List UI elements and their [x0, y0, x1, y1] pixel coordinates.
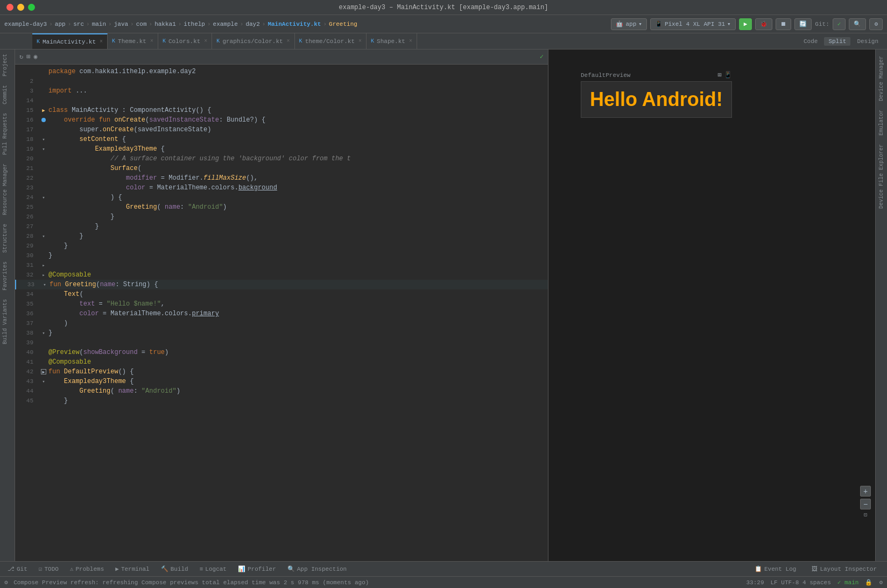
tab-logcat[interactable]: ≡ Logcat [194, 562, 233, 576]
code-line: 2 [15, 76, 548, 86]
layout-icon[interactable]: ⊞ [26, 53, 30, 61]
zoom-fit-icon[interactable]: ⊡ [864, 512, 867, 518]
sidebar-item-pullrequests[interactable]: Pull Requests [0, 109, 15, 159]
code-line-active: 33 ▾ fun Greeting(name: String) { [15, 280, 548, 289]
tab-profiler[interactable]: 📊 Profiler [233, 562, 282, 576]
lock-icon: 🔒 [865, 579, 872, 586]
tab-code-view[interactable]: Code [799, 37, 822, 46]
sidebar-item-resourcemanager[interactable]: Resource Manager [0, 159, 15, 219]
sidebar-item-devicemanager[interactable]: Device Manager [877, 52, 886, 105]
minimize-button[interactable] [17, 4, 24, 11]
breadcrumb-java[interactable]: java [114, 21, 128, 27]
code-line: 39 [15, 338, 548, 348]
breadcrumb-hakka1[interactable]: hakka1 [154, 21, 176, 27]
preview-refresh-icon[interactable]: ⊞ [717, 71, 721, 79]
tab-shape[interactable]: K Shape.kt × [367, 33, 417, 49]
tab-close-icon[interactable]: × [100, 39, 103, 45]
tab-label: Colors.kt [168, 38, 200, 45]
kotlin-icon: K [37, 39, 40, 45]
refresh-icon[interactable]: ↻ [19, 53, 23, 61]
statusbar-message-icon: ⚙ [4, 579, 8, 586]
breadcrumb-greeting[interactable]: Greeting [329, 21, 357, 27]
code-line: 38 ▾ } [15, 328, 548, 338]
terminal-icon: ▶ [115, 565, 119, 572]
breadcrumb-example[interactable]: example [213, 21, 238, 27]
right-panel-tabs: Device Manager Emulator Device File Expl… [875, 49, 887, 561]
main-toolbar: example-day3 › app › src › main › java ›… [0, 15, 887, 33]
tab-colors[interactable]: K Colors.kt × [158, 33, 212, 49]
tab-mainactivity[interactable]: K MainActivity.kt × [32, 33, 108, 49]
code-line: 24 ▾ ) { [15, 193, 548, 202]
tab-close-icon[interactable]: × [287, 38, 290, 44]
breadcrumb-project[interactable]: example-day3 [4, 21, 47, 27]
tab-eventlog[interactable]: 📋 Event Log [749, 565, 802, 572]
zoom-out-button[interactable]: − [860, 499, 871, 509]
statusbar: ⚙ Compose Preview refresh: refreshing Co… [0, 576, 887, 588]
tab-appinspection[interactable]: 🔍 App Inspection [282, 562, 353, 576]
device-dropdown[interactable]: 📱 Pixel 4 XL API 31 ▾ [650, 18, 736, 30]
sync-button[interactable]: 🔄 [794, 18, 812, 30]
preview-device-icon[interactable]: 📱 [724, 71, 732, 79]
tab-todo[interactable]: ☑ TODO [33, 562, 65, 576]
sidebar-item-emulator[interactable]: Emulator [877, 105, 886, 140]
checkmark-green: ✓ [540, 53, 544, 61]
sidebar-item-project[interactable]: Project [0, 49, 15, 81]
git-branch: ✓ main [837, 579, 859, 586]
code-line: 41 @Composable [15, 357, 548, 367]
code-line: 22 modifier = Modifier.fillMaxSize(), [15, 173, 548, 183]
debug-button[interactable]: 🐞 [755, 18, 772, 30]
tab-git[interactable]: ⎇ Git [2, 562, 33, 576]
settings-icon[interactable]: ⚙ [869, 18, 883, 30]
inspection-icon: 🔍 [287, 565, 295, 572]
stop-button[interactable]: ⏹ [776, 18, 791, 30]
device-label: Pixel 4 XL API 31 [665, 21, 725, 27]
statusbar-right: 33:29 LF UTF-8 4 spaces ✓ main 🔒 ⚙ [747, 579, 883, 586]
code-line: 16 override fun onCreate(savedInstanceSt… [15, 115, 548, 125]
tab-problems[interactable]: ⚠ Problems [65, 562, 110, 576]
todo-icon: ☑ [39, 565, 43, 572]
breadcrumb-day2[interactable]: day2 [245, 21, 259, 27]
breadcrumb-app[interactable]: app [55, 21, 66, 27]
preview-icon[interactable]: ◉ [33, 53, 37, 61]
maximize-button[interactable] [28, 4, 35, 11]
tab-git-label: Git [17, 566, 27, 572]
tab-problems-label: Problems [75, 566, 104, 572]
code-editor: ↻ ⊞ ◉ ✓ package com.hakka1.ithelp.exampl… [15, 49, 548, 561]
tab-theme[interactable]: K Theme.kt × [108, 33, 158, 49]
tab-layoutinspector[interactable]: 🖼 Layout Inspector [806, 565, 883, 572]
breadcrumb-ithelp[interactable]: ithelp [184, 21, 205, 27]
tab-split-view[interactable]: Split [824, 37, 850, 46]
eventlog-icon: 📋 [755, 565, 762, 572]
breadcrumb-mainactivity[interactable]: MainActivity.kt [267, 21, 321, 27]
git-checkmark[interactable]: ✓ [833, 18, 846, 30]
run-config-dropdown[interactable]: 🤖 app ▾ [611, 18, 646, 30]
code-line: 19 ▾ Exampleday3Theme { [15, 144, 548, 154]
tab-terminal[interactable]: ▶ Terminal [110, 562, 155, 576]
window-controls[interactable] [6, 4, 35, 11]
breadcrumb-com[interactable]: com [136, 21, 147, 27]
sidebar-item-structure[interactable]: Structure [0, 219, 15, 257]
tab-close-icon[interactable]: × [204, 38, 207, 44]
code-line: 42 ▶ fun DefaultPreview() { [15, 367, 548, 377]
sidebar-item-devicefileexplorer[interactable]: Device File Explorer [877, 140, 886, 213]
tab-graphicscolor[interactable]: K graphics/Color.kt × [212, 33, 294, 49]
sidebar-item-favorites[interactable]: Favorites [0, 257, 15, 295]
search-button[interactable]: 🔍 [849, 18, 866, 30]
sidebar-item-buildvariants[interactable]: Build Variants [0, 295, 15, 349]
close-button[interactable] [6, 4, 13, 11]
breadcrumb-src[interactable]: src [73, 21, 84, 27]
tab-design-view[interactable]: Design [853, 37, 883, 46]
tab-close-icon[interactable]: × [150, 38, 153, 44]
sidebar-item-commit[interactable]: Commit [0, 81, 15, 109]
tab-build-label: Build [171, 566, 188, 572]
tab-close-icon[interactable]: × [358, 38, 362, 44]
tab-close-icon[interactable]: × [409, 38, 412, 44]
breadcrumb-main[interactable]: main [92, 21, 106, 27]
phone-icon: 📱 [655, 20, 663, 27]
run-button[interactable]: ▶ [739, 18, 752, 30]
code-line: 35 text = "Hello $name!", [15, 299, 548, 309]
tab-themecolor[interactable]: K theme/Color.kt × [295, 33, 367, 49]
tab-build[interactable]: 🔨 Build [156, 562, 194, 576]
zoom-in-button[interactable]: + [860, 486, 871, 497]
tab-label: Theme.kt [118, 38, 146, 45]
